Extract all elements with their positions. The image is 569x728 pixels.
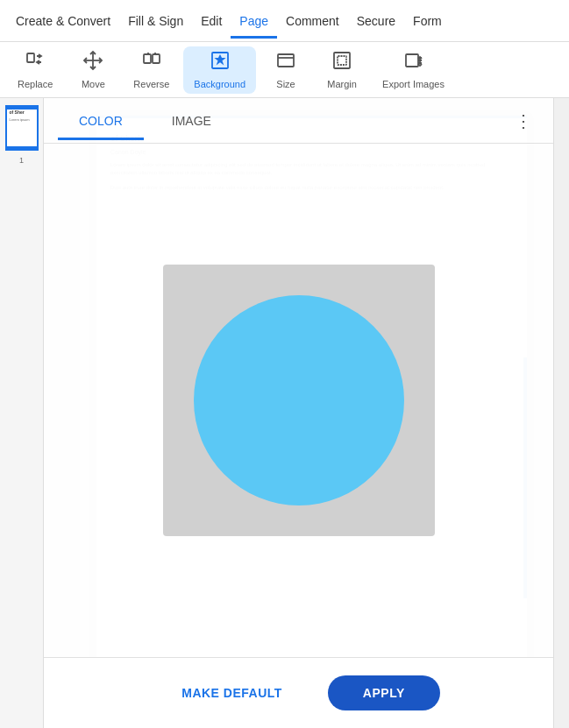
make-default-button[interactable]: MAKE DEFAULT — [157, 677, 307, 709]
main-area: of Sher Lorem ipsum 1 of Sherlo Canon Do… — [0, 98, 569, 728]
reverse-button[interactable]: Reverse — [123, 46, 180, 94]
reverse-icon — [141, 50, 162, 75]
svg-rect-6 — [278, 54, 294, 67]
menu-item-form[interactable]: Form — [404, 4, 451, 39]
margin-label: Margin — [327, 79, 357, 89]
menu-item-create-convert[interactable]: Create & Convert — [7, 4, 119, 39]
replace-icon — [25, 50, 46, 75]
panel-tabs: COLOR IMAGE ⋮ — [44, 98, 553, 144]
panel-overlay: COLOR IMAGE ⋮ MAKE DEFAULT APPLY — [44, 98, 553, 728]
svg-rect-3 — [144, 54, 151, 63]
svg-rect-9 — [338, 56, 346, 65]
panel-footer: MAKE DEFAULT APPLY — [44, 657, 553, 728]
move-button[interactable]: Move — [67, 46, 119, 94]
color-picker-container[interactable] — [163, 265, 435, 536]
background-button[interactable]: Background — [183, 46, 256, 94]
toolbar: Replace Move Reverse — [0, 42, 569, 98]
page-area: of Sherlo Canon Doyle Lorem ipsum dolor … — [44, 98, 553, 728]
margin-icon — [331, 50, 352, 75]
background-icon — [210, 50, 231, 75]
tab-color[interactable]: COLOR — [58, 102, 144, 140]
replace-button[interactable]: Replace — [7, 46, 63, 94]
export-images-button[interactable]: Export Images — [372, 46, 455, 94]
color-circle[interactable] — [194, 295, 404, 505]
menu-item-edit[interactable]: Edit — [192, 4, 231, 39]
export-images-label: Export Images — [382, 79, 445, 89]
reverse-label: Reverse — [133, 79, 169, 89]
tab-image[interactable]: IMAGE — [151, 102, 232, 140]
menu-item-fill-sign[interactable]: Fill & Sign — [119, 4, 192, 39]
sidebar: of Sher Lorem ipsum 1 — [0, 98, 44, 728]
background-label: Background — [194, 79, 245, 89]
menu-bar: Create & Convert Fill & Sign Edit Page C… — [0, 0, 569, 42]
apply-button[interactable]: APPLY — [328, 675, 440, 710]
move-label: Move — [82, 79, 105, 89]
menu-item-comment[interactable]: Comment — [277, 4, 348, 39]
right-scrollbar[interactable] — [553, 98, 569, 728]
margin-button[interactable]: Margin — [316, 46, 368, 94]
size-icon — [275, 50, 296, 75]
size-label: Size — [276, 79, 295, 89]
color-picker-area[interactable] — [44, 144, 553, 657]
move-icon — [82, 50, 103, 75]
svg-rect-10 — [406, 54, 418, 67]
svg-rect-8 — [334, 53, 350, 68]
thumbnail-page-1[interactable]: of Sher Lorem ipsum — [5, 105, 39, 151]
more-options-icon[interactable]: ⋮ — [508, 103, 539, 138]
svg-rect-0 — [27, 53, 34, 62]
menu-item-secure[interactable]: Secure — [348, 4, 404, 39]
size-button[interactable]: Size — [260, 46, 312, 94]
replace-label: Replace — [18, 79, 53, 89]
svg-rect-4 — [153, 54, 160, 63]
menu-item-page[interactable]: Page — [231, 4, 277, 39]
export-images-icon — [403, 50, 424, 75]
page-number: 1 — [19, 156, 24, 165]
